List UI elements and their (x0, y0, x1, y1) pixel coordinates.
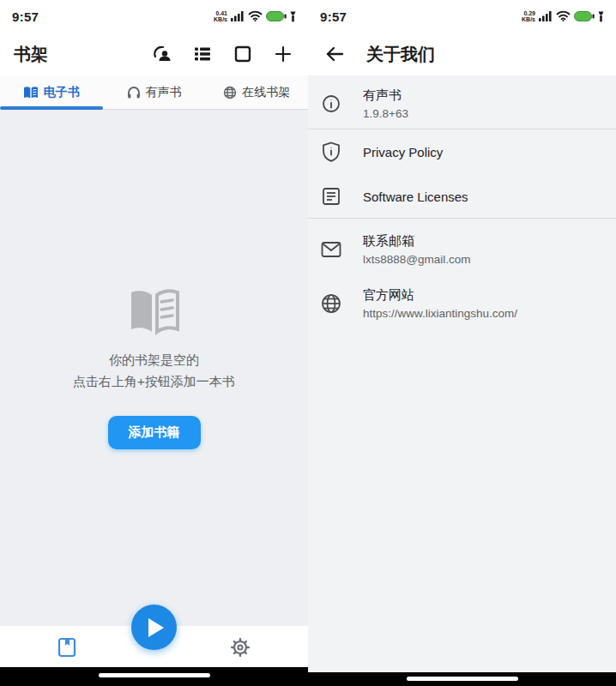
list-item-title: 官方网站 (363, 287, 517, 304)
list-item-title: Software Licenses (363, 190, 468, 204)
tab-label: 有声书 (146, 85, 182, 100)
bookshelf-content: 你的书架是空的 点击右上角+按钮添加一本书 添加书籍 (0, 110, 308, 626)
list-item-version[interactable]: 有声书 1.9.8+63 (308, 79, 616, 129)
tab-audiobooks[interactable]: 有声书 (103, 75, 206, 109)
license-icon (320, 185, 342, 208)
play-icon (148, 618, 164, 637)
status-icons: 0.29 KB/s (522, 10, 604, 22)
signal-icon (231, 10, 245, 22)
shield-icon (320, 141, 342, 163)
listen-icon[interactable] (151, 43, 173, 65)
signal-icon (539, 10, 553, 22)
clock: 9:57 (320, 9, 347, 24)
list-item-title: 联系邮箱 (363, 233, 471, 250)
settings-gear-icon[interactable] (229, 636, 251, 659)
plus-icon[interactable] (272, 43, 294, 65)
list-item-official-website[interactable]: 官方网站 https://www.lixiantingshu.com/ (308, 276, 616, 331)
divider (308, 218, 616, 219)
gesture-bar (0, 667, 308, 686)
about-list: 有声书 1.9.8+63 Privacy Policy (308, 75, 616, 672)
headphones-icon (127, 86, 141, 99)
play-fab[interactable] (131, 605, 177, 650)
tab-label: 电子书 (44, 85, 80, 100)
list-item-title: 有声书 (363, 87, 408, 104)
list-item-privacy-policy[interactable]: Privacy Policy (308, 129, 616, 175)
clock: 9:57 (12, 9, 39, 24)
list-item-subtitle: https://www.lixiantingshu.com/ (363, 307, 517, 320)
select-box-icon[interactable] (232, 43, 254, 65)
info-icon (320, 93, 342, 115)
add-books-button[interactable]: 添加书籍 (108, 416, 201, 449)
wifi-icon (556, 10, 571, 22)
network-speed: 0.41 KB/s (214, 10, 227, 22)
tab-label: 在线书架 (242, 85, 290, 100)
two-screenshot-canvas: 9:57 0.41 KB/s (0, 0, 616, 686)
globe-icon (320, 292, 342, 315)
page-title: 关于我们 (366, 43, 435, 66)
bookshelf-icon[interactable] (56, 636, 78, 659)
app-bar: 书架 (0, 33, 308, 75)
home-indicator[interactable] (407, 677, 518, 681)
list-item-subtitle: lxts8888@gmail.com (363, 253, 471, 266)
globe-icon (223, 86, 237, 99)
wifi-icon (248, 10, 263, 22)
list-item-title: Privacy Policy (363, 145, 443, 159)
list-item-software-licenses[interactable]: Software Licenses (308, 175, 616, 218)
flashlight-icon (598, 11, 604, 22)
app-bar: 关于我们 (308, 33, 616, 75)
status-bar: 9:57 0.29 KB/s (308, 0, 616, 33)
empty-state-line2: 点击右上角+按钮添加一本书 (73, 370, 235, 392)
tab-bar: 电子书 有声书 在线书 (0, 75, 308, 110)
open-book-icon (128, 289, 181, 335)
list-item-subtitle: 1.9.8+63 (363, 107, 408, 120)
tab-online-shelf[interactable]: 在线书架 (205, 75, 308, 109)
bookshelf-screen: 9:57 0.41 KB/s (0, 0, 308, 686)
back-arrow-icon[interactable] (322, 41, 347, 67)
book-icon (23, 86, 39, 99)
gesture-bar (308, 672, 616, 686)
battery-icon (574, 11, 595, 21)
list-item-contact-email[interactable]: 联系邮箱 lxts8888@gmail.com (308, 223, 616, 276)
tab-ebooks[interactable]: 电子书 (0, 75, 103, 109)
flashlight-icon (290, 11, 296, 22)
list-view-icon[interactable] (191, 43, 214, 65)
network-speed: 0.29 KB/s (522, 10, 535, 22)
battery-icon (266, 11, 287, 21)
app-bar-actions (151, 43, 294, 65)
empty-state-line1: 你的书架是空的 (109, 349, 199, 370)
about-screen: 9:57 0.29 KB/s (308, 0, 616, 686)
page-title: 书架 (14, 43, 48, 66)
mail-icon (320, 238, 342, 261)
status-icons: 0.41 KB/s (214, 10, 296, 22)
home-indicator[interactable] (99, 673, 210, 677)
status-bar: 9:57 0.41 KB/s (0, 0, 308, 33)
empty-state: 你的书架是空的 点击右上角+按钮添加一本书 添加书籍 (0, 289, 308, 449)
